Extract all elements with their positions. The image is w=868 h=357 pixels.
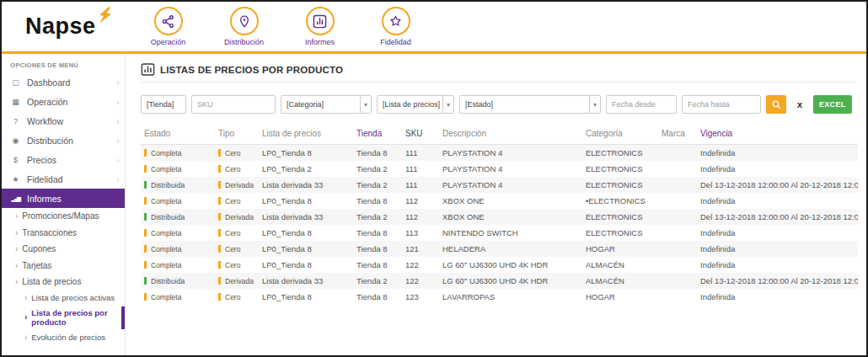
- cell-tienda: Tienda 2: [353, 161, 402, 177]
- column-header-tienda[interactable]: Tienda: [353, 125, 402, 145]
- sidebar-item-tarjetas[interactable]: ›Tarjetas: [2, 258, 125, 274]
- sidebar-item-lista-de-precios[interactable]: ›Lista de precios: [2, 274, 125, 290]
- cell-tipo: Cero: [215, 289, 259, 305]
- table-row[interactable]: DistribuidaDerivadaLista derivada 33Tien…: [141, 177, 858, 193]
- table-row[interactable]: CompletaCeroLP0_Tienda 8Tienda 8121HELAD…: [141, 241, 858, 257]
- sidebar-item-cupones[interactable]: ›Cupones: [2, 241, 125, 258]
- cell-tipo: Cero: [215, 241, 259, 257]
- cell-categoria: ALMACÉN: [582, 273, 658, 289]
- column-header-categoria[interactable]: Categoría: [582, 125, 658, 145]
- cell-marca: [658, 209, 697, 225]
- clear-button[interactable]: x: [791, 95, 808, 114]
- cell-categoria: ELECTRONICS: [582, 145, 658, 162]
- brand-logo[interactable]: Napse: [25, 13, 108, 40]
- fecha-hasta-input[interactable]: [682, 95, 761, 114]
- excel-button[interactable]: EXCEL: [813, 95, 852, 114]
- sidebar-title: OPCIONES DE MENÚ: [2, 57, 125, 72]
- estado-value: Completa: [151, 149, 181, 157]
- cell-vigencia: Del 13-12-2018 12:00:00 Al 20-12-2018 12…: [697, 273, 858, 289]
- cell-categoria: ALMACÉN: [582, 257, 658, 273]
- cell-lista: LP0_Tienda 8: [259, 257, 353, 273]
- table-row[interactable]: CompletaCeroLP0_Tienda 8Tienda 8123LAVAR…: [141, 289, 858, 305]
- cell-vigencia: Indefinida: [697, 161, 858, 177]
- chevron-right-icon: ›: [24, 333, 27, 344]
- estado-select[interactable]: [Estado] ▾: [459, 95, 601, 114]
- cell-tienda: Tienda 8: [353, 225, 402, 241]
- search-button[interactable]: [766, 95, 786, 114]
- topnav-item-operacion[interactable]: Operación: [142, 7, 196, 46]
- topnav-item-fidelidad[interactable]: Fidelidad: [369, 7, 423, 46]
- tienda-input[interactable]: [141, 95, 186, 114]
- pin-icon: ◉: [9, 136, 22, 145]
- sidebar-item-evolucion-de-precios[interactable]: ›Evolución de precios: [2, 329, 125, 345]
- sidebar-item-lista-de-precios-por-producto[interactable]: ›Lista de precios por producto: [2, 306, 125, 330]
- column-header-estado[interactable]: Estado: [141, 125, 215, 145]
- estado-value: Completa: [151, 293, 181, 301]
- column-header-descripcion[interactable]: Descripción: [439, 125, 582, 145]
- price-list-table: EstadoTipoLista de preciosTiendaSKUDescr…: [141, 125, 858, 305]
- topnav-item-informes[interactable]: Informes: [293, 7, 347, 46]
- table-row[interactable]: CompletaCeroLP0_Tienda 8Tienda 8122LG 60…: [141, 257, 858, 273]
- sidebar-item-label: Lista de precios: [22, 277, 81, 286]
- column-header-tipo[interactable]: Tipo: [215, 125, 259, 145]
- tipo-value: Derivada: [225, 181, 254, 189]
- sidebar-item-informes[interactable]: ▂▄▆Informes: [2, 189, 125, 208]
- column-header-sku[interactable]: SKU: [402, 125, 439, 145]
- sidebar-item-label: Tarjetas: [22, 261, 51, 270]
- cell-descripcion: NINTENDO SWITCH: [439, 225, 582, 241]
- chevron-right-icon: ›: [15, 211, 18, 221]
- sku-input[interactable]: [191, 95, 276, 114]
- app-window: Napse OperaciónDistribuciónInformesFidel…: [0, 0, 868, 357]
- column-header-marca[interactable]: Marca: [658, 125, 697, 145]
- sidebar-item-label: Evolución de precios: [31, 333, 105, 343]
- sidebar-item-distribucion[interactable]: ◉Distribución›: [2, 131, 125, 150]
- table-row[interactable]: DistribuidaDerivadaLista derivada 33Tien…: [141, 209, 858, 225]
- sidebar-item-promociones-mapas[interactable]: ›Promociones/Mapas: [2, 208, 125, 225]
- sidebar-item-dashboard[interactable]: ▢Dashboard›: [2, 72, 125, 92]
- cell-categoria: ELECTRONICS: [582, 161, 658, 177]
- status-bar: [218, 181, 221, 189]
- status-bar: [144, 277, 147, 285]
- sidebar-item-transacciones[interactable]: ›Transacciones: [2, 225, 125, 242]
- status-bar: [218, 149, 221, 157]
- estado-value: Completa: [151, 229, 181, 237]
- sidebar-item-workflow[interactable]: ?Workflow›: [2, 111, 125, 131]
- column-header-lista-de-precios[interactable]: Lista de precios: [259, 125, 353, 145]
- fecha-desde-input[interactable]: [606, 95, 677, 114]
- lightning-icon: [96, 5, 113, 26]
- cell-vigencia: Indefinida: [697, 257, 858, 273]
- cell-estado: Completa: [141, 161, 215, 177]
- sidebar-item-fidelidad[interactable]: ★Fidelidad›: [2, 169, 125, 189]
- cell-marca: [658, 193, 697, 209]
- table-row[interactable]: CompletaCeroLP0_Tienda 8Tienda 8113NINTE…: [141, 225, 858, 241]
- cell-lista: LP0_Tienda 8: [259, 289, 353, 305]
- sidebar-item-lista-de-precios-activas[interactable]: ›Lista de precios activas: [2, 290, 125, 306]
- table-row[interactable]: CompletaCeroLP0_Tienda 8Tienda 8112XBOX …: [141, 193, 858, 209]
- sidebar-item-operacion[interactable]: ▦Operación›: [2, 92, 125, 111]
- tipo-value: Cero: [225, 149, 240, 157]
- table-row[interactable]: CompletaCeroLP0_Tienda 2Tienda 2111PLAYS…: [141, 161, 858, 177]
- column-header-vigencia[interactable]: Vigencia: [697, 125, 858, 145]
- table-row[interactable]: CompletaCeroLP0_Tienda 8Tienda 8111PLAYS…: [141, 145, 858, 162]
- table-row[interactable]: DistribuidaDerivadaLista derivada 33Tien…: [141, 273, 858, 289]
- cell-tienda: Tienda 8: [353, 289, 402, 305]
- cell-categoria: ELECTRONICS: [582, 209, 658, 225]
- cell-descripcion: XBOX ONE: [439, 209, 582, 225]
- top-nav: OperaciónDistribuciónInformesFidelidad: [142, 7, 423, 46]
- lista-precios-select[interactable]: [Lista de precios] ▾: [377, 95, 454, 114]
- topnav-item-distribucion[interactable]: Distribución: [217, 7, 271, 46]
- chevron-right-icon: ›: [116, 97, 120, 107]
- estado-value: Completa: [151, 245, 181, 253]
- cell-tipo: Derivada: [215, 209, 259, 225]
- cell-categoria: ELECTRONICS: [582, 225, 658, 241]
- sidebar-item-precios[interactable]: $Precios›: [2, 150, 125, 169]
- page-title: LISTAS DE PRECIOS POR PRODUCTO: [160, 65, 343, 75]
- sidebar-menu: ▢Dashboard›▦Operación›?Workflow›◉Distrib…: [2, 72, 125, 345]
- categoria-select[interactable]: [Categoria] ▾: [281, 95, 372, 114]
- cell-marca: [658, 225, 697, 241]
- chevron-right-icon: ›: [116, 77, 120, 88]
- status-bar: [144, 261, 147, 269]
- chevron-right-icon: ›: [116, 116, 120, 126]
- lista-precios-select-value: [Lista de precios]: [378, 100, 442, 109]
- bar-chart-icon: [306, 7, 335, 35]
